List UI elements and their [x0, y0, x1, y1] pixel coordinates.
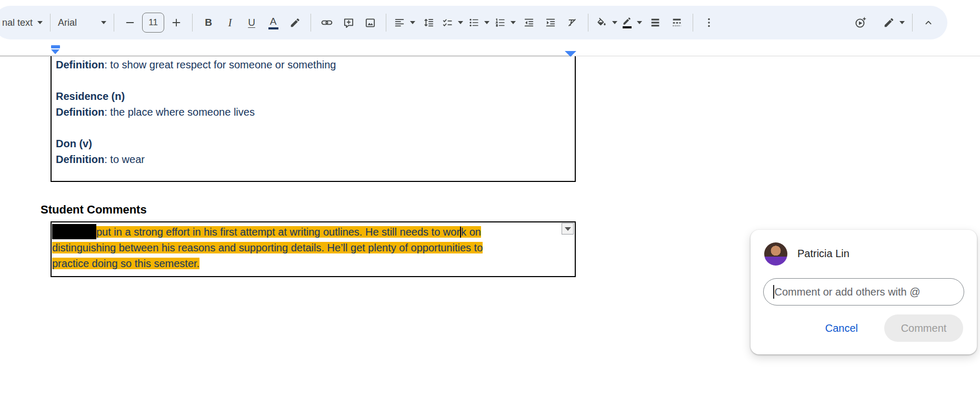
column-marker-triangle-icon [51, 49, 59, 54]
plus-icon [171, 17, 182, 28]
dropdown-arrow-icon [612, 21, 617, 24]
dropdown-arrow-icon [899, 21, 905, 24]
chevron-up-icon [923, 17, 934, 28]
definition-line[interactable]: Definition: the place where someone live… [56, 104, 572, 120]
toolbar-divider [192, 14, 193, 32]
toolbar-divider [50, 14, 51, 32]
pen-icon [622, 17, 632, 26]
fill-color-button[interactable] [595, 12, 618, 33]
text-color-button[interactable]: A [264, 12, 283, 33]
text-color-swatch [268, 27, 278, 29]
font-dropdown[interactable]: Arial [57, 12, 107, 33]
dropdown-arrow-icon [410, 21, 415, 24]
checklist-icon [442, 17, 453, 28]
decrease-font-size-button[interactable] [121, 12, 139, 33]
cancel-button[interactable]: Cancel [822, 322, 861, 335]
clear-formatting-icon [566, 17, 578, 28]
border-dash-button[interactable] [667, 12, 686, 33]
link-icon [321, 16, 333, 29]
align-left-icon [394, 17, 405, 28]
term-line[interactable]: Don (v) [56, 136, 572, 151]
comment-add-icon [343, 17, 355, 29]
comment-text-line[interactable]: put in a strong effort in his first atte… [52, 224, 572, 240]
text-cursor [773, 285, 774, 299]
dropdown-arrow-icon [511, 21, 516, 24]
bulleted-list-icon [468, 17, 479, 28]
definition-line[interactable]: Definition: to show great respect for so… [56, 57, 572, 73]
line-spacing-icon [423, 17, 434, 28]
numbered-list-button[interactable] [493, 12, 517, 33]
toolbar-divider [588, 14, 588, 32]
toolbar-divider [386, 14, 386, 32]
italic-button[interactable]: I [221, 12, 239, 33]
border-width-button[interactable] [646, 12, 665, 33]
pencil-icon [883, 17, 895, 28]
toolbar-divider [311, 14, 311, 32]
term-line[interactable]: Residence (n) [56, 88, 572, 104]
table-column-marker[interactable] [51, 45, 60, 54]
dropdown-arrow-icon [101, 21, 106, 24]
border-color-button[interactable] [621, 12, 643, 33]
border-dash-icon [671, 17, 683, 28]
underline-button[interactable]: U [242, 12, 261, 33]
align-button[interactable] [393, 12, 416, 33]
comment-author-name: Patricia Lin [797, 248, 849, 260]
line-spacing-button[interactable] [419, 12, 438, 33]
comment-popup: Patricia Lin Comment or add others with … [751, 230, 977, 354]
dropdown-arrow-icon [37, 21, 43, 24]
styles-value: nal text [2, 17, 33, 28]
checklist-button[interactable] [441, 12, 464, 33]
blank-line[interactable] [56, 73, 572, 88]
bold-button[interactable]: B [199, 12, 218, 33]
insert-image-button[interactable] [361, 12, 379, 33]
more-options-button[interactable] [699, 12, 718, 33]
increase-indent-button[interactable] [541, 12, 560, 33]
dropdown-arrow-icon [637, 21, 642, 24]
vocabulary-table-cell[interactable]: Definition: to show great respect for so… [51, 56, 576, 182]
table-boundary-line [572, 56, 980, 56]
student-comments-heading: Student Comments [41, 203, 147, 217]
gemini-help-me-write-button[interactable] [851, 12, 870, 33]
toolbar-divider [912, 14, 913, 32]
toolbar-divider [114, 14, 114, 32]
add-comment-button[interactable] [339, 12, 358, 33]
blank-line[interactable] [56, 120, 572, 136]
dropdown-arrow-icon [484, 21, 489, 24]
avatar [764, 242, 787, 266]
decrease-indent-icon [523, 17, 535, 28]
comment-submit-button[interactable]: Comment [884, 314, 963, 342]
google-docs-screen: nal text Arial 11 B I U A [0, 0, 980, 407]
increase-font-size-button[interactable] [167, 12, 186, 33]
cell-dropdown-button[interactable] [562, 223, 574, 235]
border-width-icon [649, 17, 661, 28]
border-color-swatch [623, 26, 632, 28]
image-icon [364, 17, 376, 29]
font-size-input[interactable]: 11 [142, 13, 164, 33]
comment-popup-actions: Cancel Comment [751, 314, 963, 342]
bulleted-list-button[interactable] [467, 12, 491, 33]
overflow-menu-icon [703, 17, 715, 28]
toolbar-divider [693, 14, 693, 32]
decrease-indent-button[interactable] [519, 12, 538, 33]
comment-text-line[interactable]: practice doing so this semester. [52, 256, 572, 271]
minus-icon [124, 17, 136, 28]
toolbar: nal text Arial 11 B I U A [0, 6, 947, 39]
highlight-color-button[interactable] [285, 12, 304, 33]
font-value: Arial [58, 17, 77, 28]
paint-bucket-icon [596, 17, 607, 28]
redacted-student-name [52, 224, 96, 239]
numbered-list-icon [494, 17, 506, 28]
student-comments-table-cell[interactable]: put in a strong effort in his first atte… [51, 221, 576, 277]
gemini-sparkle-play-icon [854, 16, 867, 29]
comment-input[interactable]: Comment or add others with @ [763, 278, 964, 306]
comment-text-line[interactable]: distinguishing between his reasons and s… [52, 240, 572, 256]
collapse-toolbar-button[interactable] [919, 12, 938, 33]
clear-formatting-button[interactable] [563, 12, 582, 33]
definition-line[interactable]: Definition: to wear [56, 151, 572, 167]
insert-link-button[interactable] [317, 12, 336, 33]
highlighter-icon [289, 17, 301, 28]
styles-dropdown[interactable]: nal text [1, 12, 44, 33]
dropdown-arrow-icon [565, 227, 571, 231]
dropdown-arrow-icon [458, 21, 463, 24]
editing-mode-button[interactable] [882, 12, 906, 33]
